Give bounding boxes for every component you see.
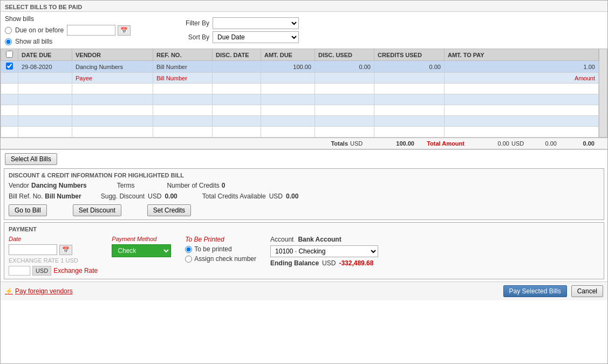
ending-balance-label: Ending Balance: [270, 259, 319, 267]
table-row[interactable]: Payee Bill Number Amount: [1, 73, 599, 84]
table-row: [1, 84, 599, 94]
ending-balance-value: -332,489.68: [339, 259, 373, 267]
totals-amttopay: 0.00: [557, 140, 595, 147]
sugg-discount-label: Sugg. Discount: [101, 193, 145, 200]
num-credits-label: Number of Credits: [167, 182, 219, 189]
col-header-date: DATE DUE: [18, 49, 72, 61]
due-on-or-before-radio[interactable]: [5, 27, 12, 34]
assign-check-radio[interactable]: [185, 256, 192, 263]
table-row: [1, 116, 599, 127]
row-credused: [374, 73, 445, 84]
row-checkbox[interactable]: [6, 63, 13, 70]
table-row: [1, 94, 599, 105]
row-checkbox-cell[interactable]: [1, 73, 18, 84]
totals-usd1: USD: [350, 140, 369, 147]
show-all-bills-radio[interactable]: [5, 38, 12, 45]
row-amtdue: 100.00: [261, 61, 315, 73]
sugg-discount-value: 0.00: [165, 193, 177, 200]
exchange-rate-input[interactable]: 1: [9, 266, 30, 276]
lightning-icon: ⚡: [5, 287, 13, 295]
row-discdate: [213, 73, 261, 84]
account-label: Account: [270, 236, 293, 243]
bill-ref-label: Bill Ref. No.: [9, 193, 43, 200]
totals-total-amount-label: Total Amount: [419, 140, 473, 147]
total-credits-label: Total Credits Available: [202, 193, 266, 200]
totals-usd2: USD: [511, 140, 528, 147]
row-ref: Bill Number: [153, 73, 213, 84]
assign-check-label: Assign check number: [194, 255, 256, 263]
sugg-discount-currency: USD: [148, 193, 161, 200]
go-to-bill-button[interactable]: Go to Bill: [9, 204, 47, 216]
num-credits-value: 0: [222, 182, 226, 189]
account-select[interactable]: 10100 · Checking: [270, 245, 378, 257]
row-credused: 0.00: [374, 61, 445, 73]
table-row: [1, 127, 599, 138]
row-date: [18, 73, 72, 84]
row-ref: Bill Number: [153, 61, 213, 73]
show-all-bills-label: Show all bills: [15, 38, 52, 45]
bill-ref-value: Bill Number: [45, 193, 81, 200]
total-credits-value: 0.00: [286, 193, 298, 200]
vendor-label: Vendor: [9, 182, 29, 189]
set-discount-button[interactable]: Set Discount: [73, 204, 121, 216]
totals-credused: 0.00: [530, 140, 557, 147]
payment-date-input[interactable]: 19-08-2020: [9, 244, 57, 255]
terms-label: Terms: [117, 182, 135, 189]
pay-foreign-vendors-link[interactable]: ⚡ Pay foreign vendors: [5, 287, 73, 295]
col-header-ref: REF. NO.: [153, 49, 213, 61]
total-credits-currency: USD: [269, 193, 283, 200]
col-header-credused: CREDITS USED: [374, 49, 445, 61]
table-row: [1, 105, 599, 116]
payment-method-select[interactable]: Check: [112, 244, 171, 257]
row-discused: [315, 73, 374, 84]
col-header-discdate: DISC. DATE: [213, 49, 261, 61]
payment-section-header: PAYMENT: [9, 226, 599, 232]
row-amttopay: 1.00: [445, 61, 599, 73]
calendar-button[interactable]: 📅: [118, 25, 131, 36]
payment-method-label-red: Payment Method: [112, 236, 171, 242]
col-header-vendor: VENDOR: [72, 49, 153, 61]
select-all-bills-button[interactable]: Select All Bills: [5, 153, 57, 165]
sort-by-label: Sort By: [182, 33, 209, 41]
col-header-chk[interactable]: [1, 49, 18, 61]
exchange-rate-label-static: EXCHANGE RATE 1 USD: [9, 257, 78, 264]
set-credits-button[interactable]: Set Credits: [147, 204, 191, 216]
row-discdate: [213, 61, 261, 73]
pay-foreign-label: Pay foreign vendors: [15, 287, 73, 295]
show-bills-label: Show bills: [5, 15, 131, 23]
due-on-or-before-label: Due on or before: [15, 26, 64, 34]
account-bank-label: Bank Account: [298, 236, 341, 243]
select-bills-header: SELECT BILLS TO BE PAID: [1, 1, 607, 12]
vendor-value: Dancing Numbers: [31, 182, 87, 189]
exchange-rate-red-label: Exchange Rate: [53, 267, 98, 274]
to-be-printed-label: To be printed: [194, 245, 231, 253]
totals-discused: 0.00: [477, 140, 509, 147]
ending-balance-currency: USD: [322, 259, 336, 267]
select-all-checkbox[interactable]: [6, 51, 13, 58]
to-be-printed-title: To Be Printed: [185, 236, 256, 243]
row-amttopay: Amount: [445, 73, 599, 84]
totals-label: Totals: [331, 140, 348, 147]
cancel-button[interactable]: Cancel: [571, 285, 603, 297]
pay-selected-bills-button[interactable]: Pay Selected Bills: [503, 285, 567, 297]
discount-section-header: DISCOUNT & CREDIT INFORMATION FOR HIGHLI…: [9, 172, 599, 178]
table-row[interactable]: 29-08-2020 Dancing Numbers Bill Number 1…: [1, 61, 599, 73]
row-checkbox-cell[interactable]: [1, 61, 18, 73]
row-vendor: Payee: [72, 73, 153, 84]
row-vendor: Dancing Numbers: [72, 61, 153, 73]
col-header-amttopay: AMT. TO PAY: [445, 49, 599, 61]
to-be-printed-radio[interactable]: [185, 246, 192, 253]
row-discused: 0.00: [315, 61, 374, 73]
totals-amtdue: 100.00: [371, 140, 414, 147]
date-label-red: Date: [9, 236, 98, 242]
payment-calendar-button[interactable]: 📅: [59, 245, 72, 255]
col-header-discused: DISC. USED: [315, 49, 374, 61]
due-date-input[interactable]: 29-08-2020: [67, 25, 115, 36]
row-amtdue: [261, 73, 315, 84]
filter-by-dropdown[interactable]: [213, 17, 299, 29]
col-header-amtdue: AMT. DUE: [261, 49, 315, 61]
filter-by-label: Filter By: [182, 19, 209, 27]
exchange-usd-badge: USD: [32, 266, 51, 276]
sort-by-dropdown[interactable]: Due Date: [213, 31, 299, 43]
row-date: 29-08-2020: [18, 61, 72, 73]
